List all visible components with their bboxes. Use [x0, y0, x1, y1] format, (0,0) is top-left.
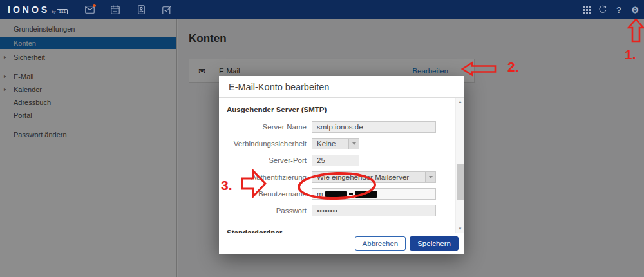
scrollbar-thumb[interactable] — [457, 164, 464, 200]
connection-security-value: Keine — [317, 140, 336, 148]
dialog-title: E-Mail-Konto bearbeiten — [219, 76, 464, 98]
refresh-icon[interactable] — [598, 5, 608, 15]
annotation-step-1: 1. — [625, 47, 636, 62]
server-port-input[interactable]: 25 — [312, 155, 359, 166]
contacts-icon[interactable] — [136, 5, 146, 15]
logo-1und1-badge: 1&1 — [57, 9, 68, 14]
server-port-label: Server-Port — [227, 157, 307, 164]
annotation-arrow-up-to-gear — [627, 18, 644, 43]
header-action-icons: ? ⚙ — [582, 0, 640, 19]
chevron-down-icon — [425, 172, 435, 182]
annotation-arrow-right-to-username — [241, 169, 267, 198]
dialog-footer: Abbrechen Speichern — [219, 233, 464, 254]
help-glyph: ? — [616, 6, 621, 14]
apps-grid-icon[interactable] — [582, 5, 592, 15]
annotation-step-2: 2. — [507, 59, 519, 75]
annotation-arrow-left-to-bearbeiten — [461, 61, 497, 77]
server-name-input[interactable]: smtp.ionos.de — [312, 121, 436, 133]
edit-email-account-dialog: E-Mail-Konto bearbeiten Ausgehender Serv… — [219, 76, 464, 254]
connection-security-row: Verbindungssicherheit Keine — [227, 138, 452, 149]
server-port-value: 25 — [317, 157, 325, 164]
username-label: Benutzername — [227, 190, 307, 198]
gear-glyph: ⚙ — [631, 6, 639, 14]
scroll-down-icon[interactable]: ▼ — [456, 227, 464, 231]
top-navigation-bar: IONOS by 1&1 ? — [0, 0, 644, 19]
server-port-row: Server-Port 25 — [227, 155, 452, 166]
password-input[interactable]: •••••••• — [312, 205, 436, 216]
logo-by-text: by — [52, 10, 55, 14]
password-label: Passwort — [227, 207, 307, 215]
connection-security-label: Verbindungssicherheit — [227, 140, 307, 148]
password-row: Passwort •••••••• — [227, 205, 452, 216]
dialog-scroll-area: Ausgehender Server (SMTP) Server-Name sm… — [219, 98, 464, 233]
server-name-label: Server-Name — [227, 123, 307, 131]
ionos-logo: IONOS by 1&1 — [8, 5, 68, 15]
dialog-scrollbar[interactable]: ▲ ▼ — [455, 98, 464, 233]
authentication-label: Authentifizierung — [227, 173, 307, 181]
logo-text: IONOS — [8, 5, 50, 15]
mail-icon[interactable] — [84, 5, 95, 15]
server-name-row: Server-Name smtp.ionos.de — [227, 121, 452, 133]
app-switcher-icons — [84, 5, 172, 15]
chevron-down-icon — [348, 138, 359, 149]
save-button[interactable]: Speichern — [410, 236, 459, 251]
password-masked-value: •••••••• — [317, 207, 337, 215]
server-name-value: smtp.ionos.de — [317, 123, 363, 131]
mail-notification-dot — [93, 4, 96, 7]
help-icon[interactable]: ? — [614, 5, 624, 15]
default-folders-section-heading: Standardordner — [227, 229, 452, 233]
settings-gear-icon[interactable]: ⚙ — [630, 5, 640, 15]
connection-security-select[interactable]: Keine — [312, 138, 359, 149]
annotation-step-3: 3. — [221, 178, 232, 193]
smtp-section-heading: Ausgehender Server (SMTP) — [227, 106, 452, 113]
cancel-button[interactable]: Abbrechen — [355, 236, 406, 251]
app-window: IONOS by 1&1 ? — [0, 0, 644, 277]
calendar-icon[interactable] — [110, 5, 120, 15]
scroll-up-icon[interactable]: ▲ — [456, 100, 464, 104]
tasks-icon[interactable] — [162, 5, 172, 15]
